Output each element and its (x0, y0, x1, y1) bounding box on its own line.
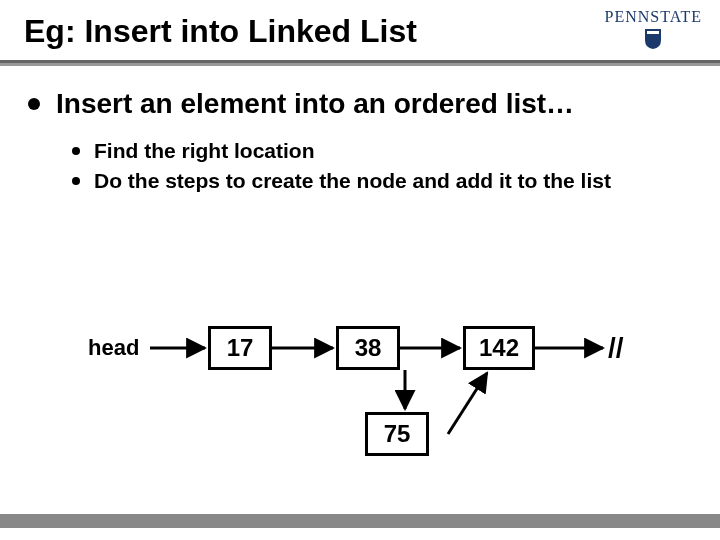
node-box-1: 17 (208, 326, 272, 370)
pennstate-logo: PENNSTATE (605, 8, 703, 50)
bullet-dot-icon (72, 177, 80, 185)
logo-text: PENNSTATE (605, 8, 703, 26)
shield-icon (644, 28, 662, 50)
bullet-level2: Find the right location (72, 138, 692, 164)
bullet-dot-icon (28, 98, 40, 110)
footer-bar (0, 514, 720, 528)
null-terminator: // (608, 332, 624, 364)
sublist: Find the right location Do the steps to … (28, 134, 692, 195)
head-label: head (88, 335, 139, 361)
content-area: Insert an element into an ordered list… … (0, 66, 720, 195)
bullet-sub1-text: Find the right location (94, 138, 314, 164)
insert-node-box: 75 (365, 412, 429, 456)
bullet-dot-icon (72, 147, 80, 155)
bullet-sub2-text: Do the steps to create the node and add … (94, 168, 611, 194)
node-box-2: 38 (336, 326, 400, 370)
svg-rect-0 (647, 31, 659, 34)
svg-line-6 (448, 373, 487, 434)
bullet-main-text: Insert an element into an ordered list… (56, 88, 574, 120)
title-bar: Eg: Insert into Linked List PENNSTATE (0, 0, 720, 66)
bullet-level1: Insert an element into an ordered list… (28, 88, 692, 120)
slide-title: Eg: Insert into Linked List (24, 13, 417, 50)
node-box-3: 142 (463, 326, 535, 370)
bullet-level2: Do the steps to create the node and add … (72, 168, 692, 194)
